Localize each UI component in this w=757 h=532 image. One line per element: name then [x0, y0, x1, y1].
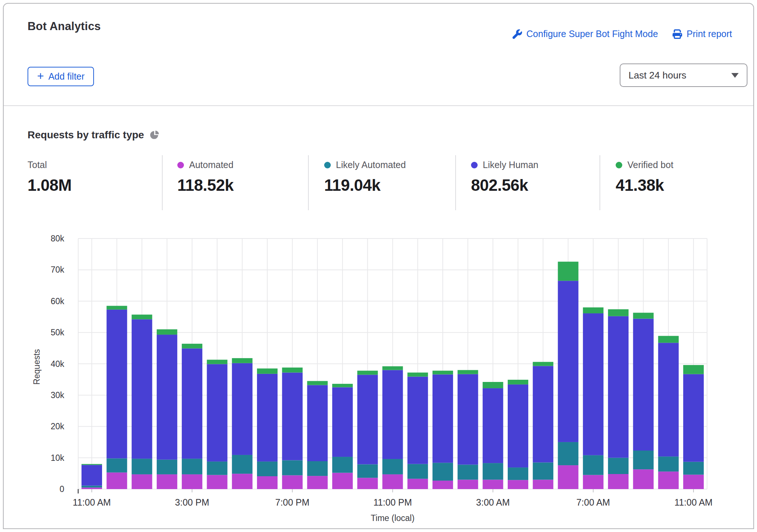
- printer-icon: [673, 29, 682, 39]
- svg-text:11:00 PM: 11:00 PM: [373, 497, 412, 507]
- stat-verified-bot: Verified bot 41.38k: [616, 160, 673, 194]
- print-report-link[interactable]: Print report: [673, 29, 732, 39]
- stats-row: Total 1.08M Automated 118.52k Likely Aut…: [4, 156, 753, 211]
- pie-chart-icon: [150, 130, 159, 140]
- stat-likely-human: Likely Human 802.56k: [471, 160, 538, 194]
- stat-divider: [600, 155, 600, 210]
- time-range-select[interactable]: Last 24 hours: [620, 63, 747, 87]
- stat-automated-label: Automated: [189, 160, 233, 170]
- section-title-label: Requests by traffic type: [28, 129, 144, 141]
- stat-divider: [455, 155, 456, 210]
- stat-likely-human-value: 802.56k: [471, 176, 538, 194]
- stat-total: Total 1.08M: [28, 160, 72, 194]
- header-links: Configure Super Bot Fight Mode Print rep…: [512, 29, 732, 39]
- configure-link-label: Configure Super Bot Fight Mode: [526, 29, 658, 39]
- svg-text:7:00 AM: 7:00 AM: [576, 497, 610, 507]
- requests-chart-area: 010k20k30k40k50k60k70k80k11:00 AM3:00 PM…: [4, 227, 753, 526]
- time-range-value: Last 24 hours: [629, 70, 687, 81]
- svg-text:3:00 AM: 3:00 AM: [476, 497, 510, 507]
- stat-automated-value: 118.52k: [177, 176, 233, 194]
- stat-verified-bot-label: Verified bot: [627, 160, 673, 170]
- requests-chart[interactable]: 010k20k30k40k50k60k70k80k11:00 AM3:00 PM…: [4, 227, 753, 526]
- svg-text:7:00 PM: 7:00 PM: [275, 497, 309, 507]
- svg-text:3:00 PM: 3:00 PM: [175, 497, 209, 507]
- stat-total-label: Total: [28, 160, 47, 170]
- svg-text:80k: 80k: [51, 234, 65, 243]
- likely-human-dot-icon: [471, 162, 478, 168]
- stat-divider: [162, 155, 163, 210]
- svg-text:Time (local): Time (local): [371, 513, 414, 523]
- svg-text:Requests: Requests: [32, 349, 41, 385]
- stat-likely-automated-value: 119.04k: [324, 176, 406, 194]
- svg-text:60k: 60k: [51, 296, 65, 306]
- automated-dot-icon: [177, 162, 184, 168]
- stat-verified-bot-value: 41.38k: [616, 176, 673, 194]
- add-filter-button[interactable]: + Add filter: [28, 67, 94, 86]
- add-filter-label: Add filter: [48, 71, 85, 82]
- bot-analytics-card: Bot Analytics Configure Super Bot Fight …: [3, 3, 754, 529]
- svg-text:0: 0: [59, 484, 64, 494]
- stat-likely-automated-label: Likely Automated: [336, 160, 406, 170]
- svg-text:20k: 20k: [51, 422, 65, 431]
- print-link-label: Print report: [687, 29, 732, 39]
- likely-automated-dot-icon: [324, 162, 331, 168]
- verified-bot-dot-icon: [616, 162, 622, 168]
- svg-text:10k: 10k: [51, 453, 65, 463]
- svg-text:30k: 30k: [51, 390, 65, 400]
- svg-text:11:00 AM: 11:00 AM: [73, 497, 111, 507]
- section-title: Requests by traffic type: [28, 129, 159, 141]
- svg-text:40k: 40k: [51, 359, 65, 369]
- stat-likely-human-label: Likely Human: [483, 160, 538, 170]
- svg-text:50k: 50k: [51, 328, 65, 337]
- stat-divider: [308, 155, 309, 210]
- stat-total-value: 1.08M: [28, 176, 72, 194]
- chevron-down-icon: [731, 73, 739, 78]
- stat-likely-automated: Likely Automated 119.04k: [324, 160, 406, 194]
- configure-super-bot-fight-mode-link[interactable]: Configure Super Bot Fight Mode: [512, 29, 658, 39]
- plus-icon: +: [37, 70, 44, 82]
- header-divider: [4, 105, 753, 106]
- svg-text:70k: 70k: [51, 265, 65, 274]
- svg-text:11:00 AM: 11:00 AM: [674, 497, 713, 507]
- wrench-icon: [512, 29, 522, 39]
- page-title: Bot Analytics: [28, 20, 101, 33]
- stat-automated: Automated 118.52k: [177, 160, 233, 194]
